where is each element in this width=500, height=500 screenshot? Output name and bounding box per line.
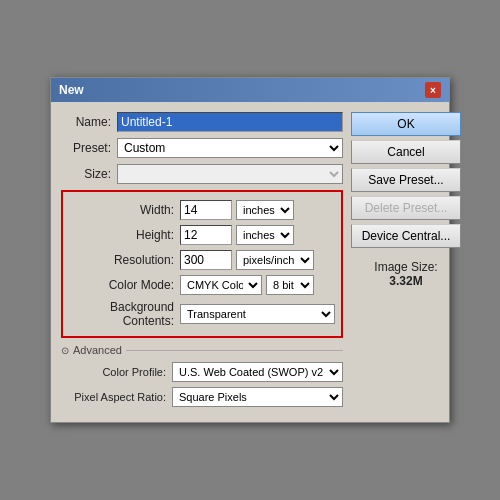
width-unit-select[interactable]: inches cm mm pixels: [236, 200, 294, 220]
color-profile-select[interactable]: U.S. Web Coated (SWOP) v2 None Working C…: [172, 362, 343, 382]
name-row: Name:: [61, 112, 343, 132]
background-select[interactable]: White Background Color Transparent: [180, 304, 335, 324]
highlighted-section: Width: inches cm mm pixels Height: inche…: [61, 190, 343, 338]
resolution-label: Resolution:: [69, 253, 174, 267]
image-size-block: Image Size: 3.32M: [351, 260, 461, 288]
save-preset-button[interactable]: Save Preset...: [351, 168, 461, 192]
height-unit-select[interactable]: inches cm mm pixels: [236, 225, 294, 245]
pixel-aspect-label: Pixel Aspect Ratio:: [61, 391, 166, 403]
resolution-row: Resolution: pixels/inch pixels/cm: [69, 250, 335, 270]
background-row: Background Contents: White Background Co…: [69, 300, 335, 328]
resolution-input[interactable]: [180, 250, 232, 270]
width-row: Width: inches cm mm pixels: [69, 200, 335, 220]
width-input[interactable]: [180, 200, 232, 220]
title-bar: New ×: [51, 78, 449, 102]
dialog-body: Name: Preset: Custom Default Photoshop S…: [51, 102, 449, 422]
advanced-section-divider: ⊙ Advanced: [61, 344, 343, 356]
color-profile-row: Color Profile: U.S. Web Coated (SWOP) v2…: [61, 362, 343, 382]
preset-row: Preset: Custom Default Photoshop Size U.…: [61, 138, 343, 158]
main-section: Name: Preset: Custom Default Photoshop S…: [61, 112, 343, 412]
advanced-arrow-icon: ⊙: [61, 345, 69, 356]
bit-depth-select[interactable]: 8 bit 16 bit 32 bit: [266, 275, 314, 295]
size-label: Size:: [61, 167, 111, 181]
color-profile-label: Color Profile:: [61, 366, 166, 378]
close-button[interactable]: ×: [425, 82, 441, 98]
advanced-label: Advanced: [73, 344, 122, 356]
height-label: Height:: [69, 228, 174, 242]
size-row: Size:: [61, 164, 343, 184]
image-size-value: 3.32M: [351, 274, 461, 288]
image-size-label: Image Size:: [351, 260, 461, 274]
preset-label: Preset:: [61, 141, 111, 155]
name-input[interactable]: [117, 112, 343, 132]
background-label: Background Contents:: [69, 300, 174, 328]
color-mode-label: Color Mode:: [69, 278, 174, 292]
dialog-title: New: [59, 83, 84, 97]
name-label: Name:: [61, 115, 111, 129]
color-mode-row: Color Mode: Bitmap Grayscale RGB Color C…: [69, 275, 335, 295]
delete-preset-button[interactable]: Delete Preset...: [351, 196, 461, 220]
height-row: Height: inches cm mm pixels: [69, 225, 335, 245]
pixel-aspect-select[interactable]: Square Pixels D1/DV NTSC (0.91): [172, 387, 343, 407]
device-central-button[interactable]: Device Central...: [351, 224, 461, 248]
pixel-aspect-row: Pixel Aspect Ratio: Square Pixels D1/DV …: [61, 387, 343, 407]
width-label: Width:: [69, 203, 174, 217]
resolution-unit-select[interactable]: pixels/inch pixels/cm: [236, 250, 314, 270]
color-mode-select[interactable]: Bitmap Grayscale RGB Color CMYK Color La…: [180, 275, 262, 295]
new-dialog: New × Name: Preset: Custom Default Photo…: [50, 77, 450, 423]
cancel-button[interactable]: Cancel: [351, 140, 461, 164]
size-select[interactable]: [117, 164, 343, 184]
height-input[interactable]: [180, 225, 232, 245]
ok-button[interactable]: OK: [351, 112, 461, 136]
preset-select[interactable]: Custom Default Photoshop Size U.S. Paper…: [117, 138, 343, 158]
button-section: OK Cancel Save Preset... Delete Preset..…: [351, 112, 461, 412]
